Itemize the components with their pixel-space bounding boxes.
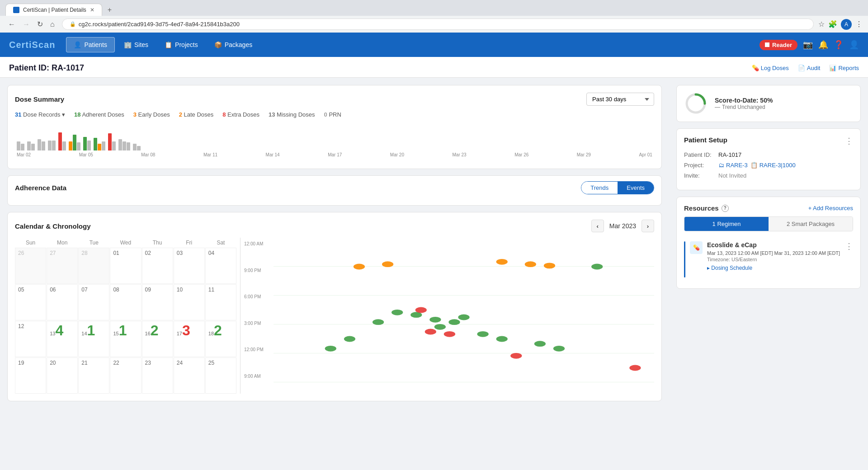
cal-cell-22[interactable]: 22 bbox=[110, 357, 141, 394]
project-link1[interactable]: 🗂 RARE-3 bbox=[718, 162, 748, 169]
cal-cell-23[interactable]: 23 bbox=[142, 357, 173, 394]
cal-cell-14[interactable]: 141 bbox=[78, 321, 109, 357]
cal-cell-26[interactable]: 26 bbox=[15, 248, 46, 284]
day-header-thu: Thu bbox=[142, 238, 173, 248]
help-button[interactable]: ❓ bbox=[834, 40, 844, 50]
reader-dot bbox=[765, 42, 769, 47]
extra-stat: 8 Extra Doses bbox=[222, 111, 259, 118]
nav-packages[interactable]: 📦 Packages bbox=[207, 37, 259, 52]
main-nav: 👤 Patients 🏢 Sites 📋 Projects 📦 Packages bbox=[66, 37, 259, 52]
add-resources-link[interactable]: + Add Resources bbox=[808, 205, 853, 212]
calendar-month: Mar 2023 bbox=[609, 222, 636, 230]
bar-group-mar23 bbox=[94, 138, 105, 150]
events-tab-button[interactable]: Events bbox=[618, 182, 654, 194]
y-label-9pm: 9:00 PM bbox=[244, 268, 271, 273]
cal-cell-20[interactable]: 20 bbox=[47, 357, 78, 394]
url-field[interactable]: 🔒 cg2c.rocks/patient/2cad9149-3d75-4ed7-… bbox=[62, 19, 814, 30]
cal-date: 04 bbox=[208, 250, 214, 256]
cal-cell-03[interactable]: 03 bbox=[174, 248, 205, 284]
cal-cell-16[interactable]: 162 bbox=[142, 321, 173, 357]
early-stat: 3 Early Doses bbox=[133, 111, 170, 118]
bar bbox=[52, 141, 56, 150]
cal-date: 16 bbox=[145, 331, 151, 336]
cal-cell-27[interactable]: 27 bbox=[47, 248, 78, 284]
cal-cell-06[interactable]: 06 bbox=[47, 284, 78, 320]
reload-button[interactable]: ↻ bbox=[34, 19, 46, 29]
cal-cell-09[interactable]: 09 bbox=[142, 284, 173, 320]
bar bbox=[58, 132, 62, 150]
camera-button[interactable]: 📷 bbox=[803, 40, 813, 50]
new-tab-button[interactable]: + bbox=[104, 4, 115, 16]
cal-cell-17[interactable]: 173 bbox=[174, 321, 205, 357]
tab-close-button[interactable]: ✕ bbox=[90, 7, 94, 13]
cal-cell-08[interactable]: 08 bbox=[110, 284, 141, 320]
trends-tab-button[interactable]: Trends bbox=[581, 182, 618, 194]
address-bar: ← → ↻ ⌂ 🔒 cg2c.rocks/patient/2cad9149-3d… bbox=[0, 16, 868, 33]
menu-icon[interactable]: ⋮ bbox=[855, 20, 863, 28]
adherence-card: Adherence Data Trends Events bbox=[7, 175, 662, 206]
notifications-button[interactable]: 🔔 bbox=[818, 40, 828, 50]
cal-cell-10[interactable]: 10 bbox=[174, 284, 205, 320]
home-button[interactable]: ⌂ bbox=[47, 19, 57, 29]
patient-id-value: RA-1017 bbox=[718, 151, 741, 158]
patient-id-row: Patient ID: RA-1017 bbox=[684, 151, 853, 158]
log-doses-link[interactable]: 💊 Log Doses bbox=[752, 65, 789, 71]
profile-icon[interactable]: A bbox=[841, 19, 852, 30]
bar bbox=[94, 138, 97, 150]
bar bbox=[27, 141, 31, 150]
cal-cell-02[interactable]: 02 bbox=[142, 248, 173, 284]
page-header-actions: 💊 Log Doses 📄 Audit 📊 Reports bbox=[752, 65, 859, 71]
nav-projects[interactable]: 📋 Projects bbox=[157, 37, 205, 52]
cal-cell-19[interactable]: 19 bbox=[15, 357, 46, 394]
cal-cell-04[interactable]: 04 bbox=[205, 248, 236, 284]
cal-cell-21[interactable]: 21 bbox=[78, 357, 109, 394]
regimen-item: 💊 Ecoslide & eCap Mar 13, 2023 12:00 AM … bbox=[684, 238, 853, 281]
cal-cell-07[interactable]: 07 bbox=[78, 284, 109, 320]
reports-link[interactable]: 📊 Reports bbox=[829, 65, 859, 71]
bookmark-icon[interactable]: ☆ bbox=[818, 20, 825, 28]
regimen-menu-button[interactable]: ⋮ bbox=[845, 241, 853, 251]
nav-patients[interactable]: 👤 Patients bbox=[66, 37, 115, 52]
chart-label-mar02: Mar 02 bbox=[17, 152, 31, 157]
back-button[interactable]: ← bbox=[5, 19, 18, 29]
svg-point-9 bbox=[477, 331, 488, 337]
forward-button[interactable]: → bbox=[20, 19, 33, 29]
tab-bar: CertiScan | Patient Details ✕ + bbox=[5, 4, 863, 16]
patient-setup-menu-button[interactable]: ⋮ bbox=[845, 136, 853, 146]
cal-cell-15[interactable]: 151 bbox=[110, 321, 141, 357]
cal-date: 10 bbox=[177, 287, 183, 293]
project-link2[interactable]: 📋 RARE-3|1000 bbox=[750, 162, 796, 169]
regimen-tab-button[interactable]: 1 Regimen bbox=[684, 217, 769, 231]
svg-point-19 bbox=[415, 307, 427, 313]
cal-cell-24[interactable]: 24 bbox=[174, 357, 205, 394]
cal-cell-25[interactable]: 25 bbox=[205, 357, 236, 394]
profile-menu-button[interactable]: 👤 bbox=[849, 40, 859, 50]
resources-help-icon[interactable]: ? bbox=[722, 205, 729, 212]
smart-packages-tab-button[interactable]: 2 Smart Packages bbox=[769, 217, 853, 231]
active-tab[interactable]: CertiScan | Patient Details ✕ bbox=[5, 4, 102, 16]
svg-point-14 bbox=[354, 264, 365, 270]
next-month-button[interactable]: › bbox=[642, 220, 654, 232]
project-icon2: 📋 bbox=[750, 162, 758, 169]
reader-button[interactable]: Reader bbox=[760, 40, 797, 50]
cal-cell-05[interactable]: 05 bbox=[15, 284, 46, 320]
svg-point-8 bbox=[458, 315, 469, 320]
cal-cell-18[interactable]: 182 bbox=[205, 321, 236, 357]
bar-group-mar02 bbox=[17, 141, 24, 150]
cal-cell-11[interactable]: 11 bbox=[205, 284, 236, 320]
cal-cell-28[interactable]: 28 bbox=[78, 248, 109, 284]
audit-link[interactable]: 📄 Audit bbox=[798, 65, 821, 71]
cal-cell-12[interactable]: 12 bbox=[15, 321, 46, 357]
nav-sites[interactable]: 🏢 Sites bbox=[117, 37, 156, 52]
dose-records-stat[interactable]: 31 Dose Records ▾ bbox=[15, 111, 65, 118]
extension-icon[interactable]: 🧩 bbox=[828, 20, 837, 28]
cal-cell-01[interactable]: 01 bbox=[110, 248, 141, 284]
dosing-schedule-link[interactable]: ▸ Dosing Schedule bbox=[707, 265, 840, 271]
period-dropdown[interactable]: Past 30 days Past 7 days Past 60 days bbox=[586, 93, 654, 106]
prev-month-button[interactable]: ‹ bbox=[591, 220, 604, 232]
cal-date: 18 bbox=[208, 331, 214, 336]
cal-cell-13[interactable]: 134 bbox=[47, 321, 78, 357]
svg-point-22 bbox=[510, 353, 522, 359]
regimen-timeline-line bbox=[684, 241, 685, 277]
early-label: Early Doses bbox=[138, 111, 170, 118]
